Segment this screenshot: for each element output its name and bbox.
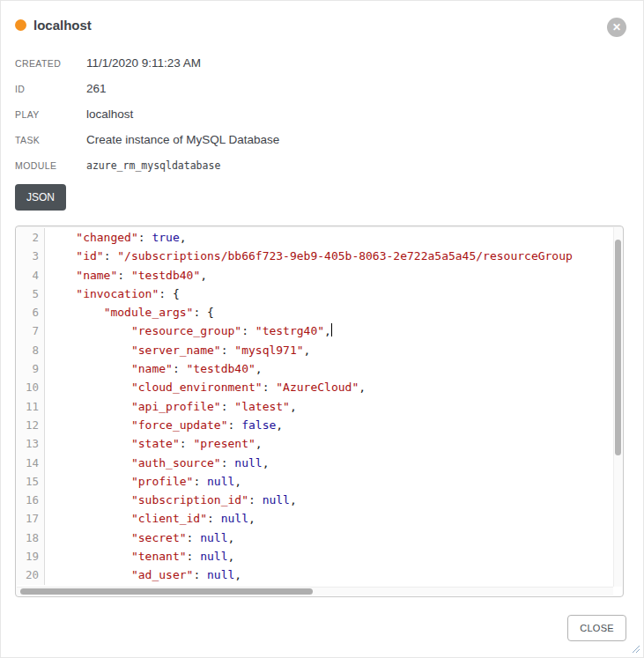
line-number: 6 <box>16 303 45 322</box>
line-number: 8 <box>16 341 45 359</box>
horizontal-scrollbar-thumb[interactable] <box>20 588 313 595</box>
line-number: 13 <box>16 434 45 453</box>
code-text: "client_id": null, <box>45 509 255 528</box>
line-number: 19 <box>16 547 45 566</box>
text-cursor <box>331 323 332 336</box>
detail-value: 261 <box>86 82 107 95</box>
code-text: "changed": true, <box>45 228 187 247</box>
code-line: 4 "name": "testdb40", <box>16 266 613 285</box>
detail-value: localhost <box>86 107 133 121</box>
line-number: 4 <box>16 266 45 285</box>
code-text: "cloud_environment": "AzureCloud", <box>45 378 366 396</box>
code-line: 6 "module_args": { <box>16 303 613 322</box>
host-event-modal: localhost ✕ CREATED11/1/2020 9:11:23 AMI… <box>0 0 644 658</box>
code-line: 3 "id": "/subscriptions/bb66f723-9eb9-40… <box>16 247 613 265</box>
code-text: "resource_group": "testrg40", <box>45 322 332 340</box>
code-text: "invocation": { <box>45 285 180 303</box>
code-line: 13 "state": "present", <box>16 434 613 453</box>
line-number: 9 <box>16 359 45 378</box>
line-number: 5 <box>16 285 45 303</box>
detail-row: MODULEazure_rm_mysqldatabase <box>15 152 625 178</box>
code-line: 15 "profile": null, <box>16 472 613 491</box>
code-text: "name": "testdb40", <box>45 266 207 285</box>
code-text: "api_profile": "latest", <box>45 397 297 416</box>
detail-value: azure_rm_mysqldatabase <box>86 159 220 172</box>
code-line: 12 "force_update": false, <box>16 416 613 434</box>
detail-label: CREATED <box>15 58 86 69</box>
detail-label: ID <box>15 84 86 94</box>
code-line: 2 "changed": true, <box>16 228 613 247</box>
host-title: localhost <box>33 18 92 33</box>
json-toggle-button[interactable]: JSON <box>15 184 66 211</box>
resize-handle-icon[interactable] <box>631 644 640 653</box>
detail-row: PLAYlocalhost <box>15 101 625 127</box>
code-line: 7 "resource_group": "testrg40", <box>16 322 613 340</box>
line-number: 11 <box>16 397 45 416</box>
code-line: 10 "cloud_environment": "AzureCloud", <box>16 378 613 396</box>
vertical-scrollbar-thumb[interactable] <box>615 240 621 455</box>
close-icon[interactable]: ✕ <box>607 18 626 37</box>
line-number: 20 <box>16 566 45 584</box>
modal-header: localhost <box>15 18 92 33</box>
code-text: "server_name": "mysql971", <box>45 341 310 359</box>
code-line: 18 "secret": null, <box>16 529 613 547</box>
code-text: "auth_source": null, <box>45 454 269 472</box>
line-number: 15 <box>16 472 45 491</box>
code-line: 8 "server_name": "mysql971", <box>16 341 613 359</box>
line-number: 17 <box>16 509 45 528</box>
line-number: 10 <box>16 378 45 396</box>
code-text: "module_args": { <box>45 303 214 322</box>
horizontal-scrollbar[interactable] <box>17 587 613 595</box>
code-text: "tenant": null, <box>45 547 234 566</box>
code-line: 9 "name": "testdb40", <box>16 359 613 378</box>
code-text: "profile": null, <box>45 472 241 491</box>
code-line: 16 "subscription_id": null, <box>16 491 613 509</box>
line-number: 7 <box>16 322 45 340</box>
line-number: 14 <box>16 454 45 472</box>
code-lines[interactable]: 2 "changed": true,3 "id": "/subscription… <box>16 228 613 587</box>
line-number: 12 <box>16 416 45 434</box>
code-text: "state": "present", <box>45 434 263 453</box>
code-text: "ad_user": null, <box>45 566 241 584</box>
event-details: CREATED11/1/2020 9:11:23 AMID261PLAYloca… <box>15 50 625 178</box>
detail-value: Create instance of MySQL Database <box>86 133 279 146</box>
code-line: 20 "ad_user": null, <box>16 566 613 584</box>
code-text: "subscription_id": null, <box>45 491 297 509</box>
code-text: "id": "/subscriptions/bb66f723-9eb9-405b… <box>45 247 573 265</box>
line-number: 2 <box>16 228 45 247</box>
code-line: 17 "client_id": null, <box>16 509 613 528</box>
code-line: 5 "invocation": { <box>16 285 613 303</box>
code-text: "name": "testdb40", <box>45 359 263 378</box>
json-code-viewer[interactable]: 2 "changed": true,3 "id": "/subscription… <box>15 225 624 597</box>
detail-row: CREATED11/1/2020 9:11:23 AM <box>15 50 625 76</box>
detail-value: 11/1/2020 9:11:23 AM <box>86 56 201 70</box>
code-line: 14 "auth_source": null, <box>16 454 613 472</box>
line-number: 16 <box>16 491 45 509</box>
vertical-scrollbar[interactable] <box>613 227 622 587</box>
code-text: "force_update": false, <box>45 416 283 434</box>
detail-label: PLAY <box>15 109 86 120</box>
close-button[interactable]: CLOSE <box>567 615 626 641</box>
code-line: 11 "api_profile": "latest", <box>16 397 613 416</box>
detail-row: ID261 <box>15 76 625 101</box>
line-number: 18 <box>16 529 45 547</box>
line-number: 3 <box>16 247 45 265</box>
host-status-icon <box>15 19 26 31</box>
code-line: 19 "tenant": null, <box>16 547 613 566</box>
detail-label: TASK <box>15 135 86 145</box>
detail-row: TASKCreate instance of MySQL Database <box>15 127 625 152</box>
detail-label: MODULE <box>15 160 86 171</box>
code-text: "secret": null, <box>45 529 234 547</box>
